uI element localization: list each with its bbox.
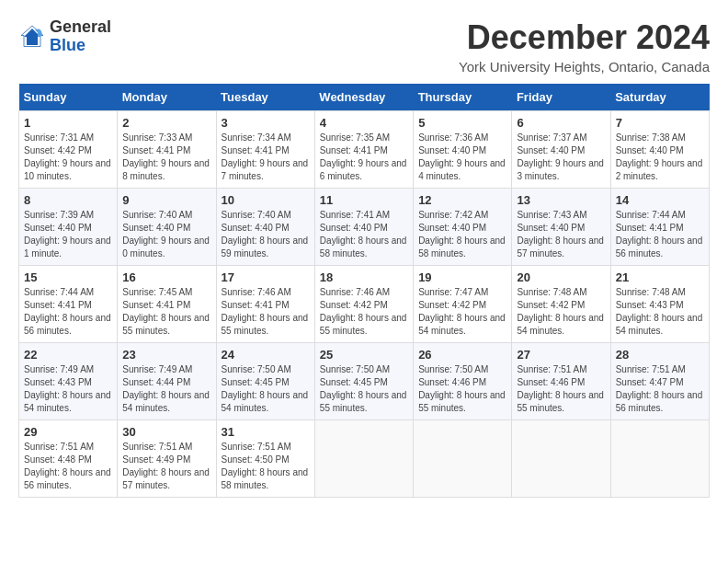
day-info: Sunrise: 7:36 AMSunset: 4:40 PMDaylight:…: [418, 132, 506, 183]
day-number: 17: [222, 270, 310, 284]
calendar-week-1: 1Sunrise: 7:31 AMSunset: 4:42 PMDaylight…: [19, 111, 710, 189]
day-number: 30: [122, 425, 210, 439]
day-info: Sunrise: 7:51 AMSunset: 4:48 PMDaylight:…: [24, 441, 112, 492]
day-number: 23: [122, 348, 210, 362]
calendar-cell: 27Sunrise: 7:51 AMSunset: 4:46 PMDayligh…: [512, 343, 610, 420]
day-number: 25: [320, 348, 408, 362]
calendar-title: December 2024: [459, 18, 710, 57]
calendar-cell: 15Sunrise: 7:44 AMSunset: 4:41 PMDayligh…: [19, 266, 118, 343]
day-number: 3: [222, 116, 310, 130]
day-number: 12: [418, 193, 506, 207]
day-number: 15: [24, 270, 112, 284]
logo-blue-text: Blue: [50, 36, 85, 54]
day-number: 21: [616, 270, 704, 284]
day-info: Sunrise: 7:50 AMSunset: 4:46 PMDaylight:…: [418, 363, 506, 415]
calendar-cell: 22Sunrise: 7:49 AMSunset: 4:43 PMDayligh…: [19, 343, 118, 420]
day-number: 11: [320, 193, 408, 207]
logo-general-text: General: [50, 17, 111, 36]
day-number: 4: [320, 116, 408, 130]
day-info: Sunrise: 7:49 AMSunset: 4:43 PMDaylight:…: [24, 363, 112, 415]
calendar-cell: 12Sunrise: 7:42 AMSunset: 4:40 PMDayligh…: [414, 189, 512, 266]
calendar-cell: 19Sunrise: 7:47 AMSunset: 4:42 PMDayligh…: [414, 266, 512, 343]
calendar-cell: 3Sunrise: 7:34 AMSunset: 4:41 PMDaylight…: [216, 111, 314, 189]
day-number: 7: [616, 116, 704, 130]
day-number: 28: [616, 348, 704, 362]
day-info: Sunrise: 7:39 AMSunset: 4:40 PMDaylight:…: [24, 209, 112, 260]
logo: General Blue: [18, 18, 111, 55]
calendar-cell: 11Sunrise: 7:41 AMSunset: 4:40 PMDayligh…: [314, 189, 413, 266]
day-info: Sunrise: 7:34 AMSunset: 4:41 PMDaylight:…: [222, 132, 310, 183]
calendar-cell: 9Sunrise: 7:40 AMSunset: 4:40 PMDaylight…: [118, 189, 216, 266]
title-section: December 2024 York University Heights, O…: [459, 18, 710, 75]
day-info: Sunrise: 7:51 AMSunset: 4:49 PMDaylight:…: [122, 441, 210, 492]
day-info: Sunrise: 7:40 AMSunset: 4:40 PMDaylight:…: [222, 209, 310, 260]
calendar-cell: 1Sunrise: 7:31 AMSunset: 4:42 PMDaylight…: [19, 111, 118, 189]
calendar-cell: 8Sunrise: 7:39 AMSunset: 4:40 PMDaylight…: [19, 189, 118, 266]
calendar-table: SundayMondayTuesdayWednesdayThursdayFrid…: [18, 84, 710, 498]
day-number: 2: [122, 116, 210, 130]
day-info: Sunrise: 7:42 AMSunset: 4:40 PMDaylight:…: [418, 209, 506, 260]
day-info: Sunrise: 7:37 AMSunset: 4:40 PMDaylight:…: [517, 132, 605, 183]
calendar-cell: 13Sunrise: 7:43 AMSunset: 4:40 PMDayligh…: [512, 189, 610, 266]
logo-icon: [18, 23, 46, 51]
calendar-cell: 31Sunrise: 7:51 AMSunset: 4:50 PMDayligh…: [216, 420, 314, 498]
day-number: 26: [418, 348, 506, 362]
header-tuesday: Tuesday: [216, 84, 314, 111]
day-number: 8: [24, 193, 112, 207]
day-info: Sunrise: 7:50 AMSunset: 4:45 PMDaylight:…: [222, 363, 310, 415]
day-number: 24: [222, 348, 310, 362]
calendar-cell: 21Sunrise: 7:48 AMSunset: 4:43 PMDayligh…: [610, 266, 709, 343]
day-info: Sunrise: 7:45 AMSunset: 4:41 PMDaylight:…: [122, 286, 210, 338]
calendar-week-3: 15Sunrise: 7:44 AMSunset: 4:41 PMDayligh…: [19, 266, 710, 343]
calendar-cell: [610, 420, 709, 498]
header-wednesday: Wednesday: [314, 84, 413, 111]
day-number: 9: [122, 193, 210, 207]
calendar-cell: 16Sunrise: 7:45 AMSunset: 4:41 PMDayligh…: [118, 266, 216, 343]
calendar-cell: 2Sunrise: 7:33 AMSunset: 4:41 PMDaylight…: [118, 111, 216, 189]
day-info: Sunrise: 7:44 AMSunset: 4:41 PMDaylight:…: [24, 286, 112, 338]
calendar-week-2: 8Sunrise: 7:39 AMSunset: 4:40 PMDaylight…: [19, 189, 710, 266]
calendar-cell: 29Sunrise: 7:51 AMSunset: 4:48 PMDayligh…: [19, 420, 118, 498]
calendar-cell: 10Sunrise: 7:40 AMSunset: 4:40 PMDayligh…: [216, 189, 314, 266]
calendar-cell: 6Sunrise: 7:37 AMSunset: 4:40 PMDaylight…: [512, 111, 610, 189]
calendar-cell: [314, 420, 413, 498]
day-number: 22: [24, 348, 112, 362]
day-number: 10: [222, 193, 310, 207]
day-number: 31: [222, 425, 310, 439]
day-info: Sunrise: 7:38 AMSunset: 4:40 PMDaylight:…: [616, 132, 704, 183]
day-info: Sunrise: 7:40 AMSunset: 4:40 PMDaylight:…: [122, 209, 210, 260]
calendar-cell: 14Sunrise: 7:44 AMSunset: 4:41 PMDayligh…: [610, 189, 709, 266]
day-info: Sunrise: 7:35 AMSunset: 4:41 PMDaylight:…: [320, 132, 408, 183]
day-number: 20: [517, 270, 605, 284]
day-number: 16: [122, 270, 210, 284]
day-info: Sunrise: 7:51 AMSunset: 4:47 PMDaylight:…: [616, 363, 704, 415]
calendar-cell: 28Sunrise: 7:51 AMSunset: 4:47 PMDayligh…: [610, 343, 709, 420]
day-info: Sunrise: 7:51 AMSunset: 4:50 PMDaylight:…: [222, 441, 310, 492]
calendar-cell: [414, 420, 512, 498]
calendar-cell: 23Sunrise: 7:49 AMSunset: 4:44 PMDayligh…: [118, 343, 216, 420]
calendar-week-4: 22Sunrise: 7:49 AMSunset: 4:43 PMDayligh…: [19, 343, 710, 420]
day-info: Sunrise: 7:48 AMSunset: 4:42 PMDaylight:…: [517, 286, 605, 338]
day-info: Sunrise: 7:46 AMSunset: 4:42 PMDaylight:…: [320, 286, 408, 338]
header-sunday: Sunday: [19, 84, 118, 111]
calendar-cell: 24Sunrise: 7:50 AMSunset: 4:45 PMDayligh…: [216, 343, 314, 420]
header-friday: Friday: [512, 84, 610, 111]
day-number: 27: [517, 348, 605, 362]
day-number: 6: [517, 116, 605, 130]
day-number: 14: [616, 193, 704, 207]
header-monday: Monday: [118, 84, 216, 111]
page-header: General Blue December 2024 York Universi…: [18, 18, 710, 75]
calendar-cell: 17Sunrise: 7:46 AMSunset: 4:41 PMDayligh…: [216, 266, 314, 343]
day-number: 5: [418, 116, 506, 130]
day-info: Sunrise: 7:51 AMSunset: 4:46 PMDaylight:…: [517, 363, 605, 415]
day-number: 1: [24, 116, 112, 130]
header-saturday: Saturday: [610, 84, 709, 111]
calendar-cell: 25Sunrise: 7:50 AMSunset: 4:45 PMDayligh…: [314, 343, 413, 420]
calendar-cell: 7Sunrise: 7:38 AMSunset: 4:40 PMDaylight…: [610, 111, 709, 189]
day-info: Sunrise: 7:33 AMSunset: 4:41 PMDaylight:…: [122, 132, 210, 183]
calendar-cell: [512, 420, 610, 498]
calendar-cell: 26Sunrise: 7:50 AMSunset: 4:46 PMDayligh…: [414, 343, 512, 420]
day-info: Sunrise: 7:31 AMSunset: 4:42 PMDaylight:…: [24, 132, 112, 183]
day-number: 13: [517, 193, 605, 207]
calendar-cell: 30Sunrise: 7:51 AMSunset: 4:49 PMDayligh…: [118, 420, 216, 498]
